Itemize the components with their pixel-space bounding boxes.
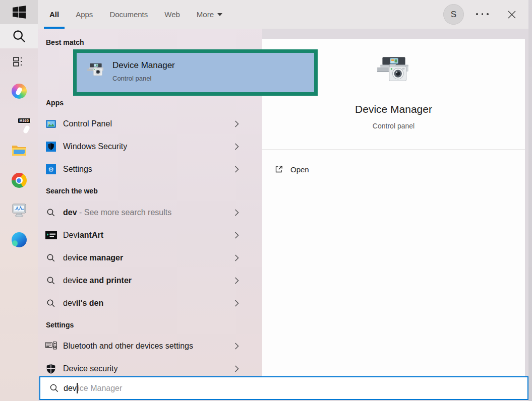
best-match-item[interactable]: Device Manager Control panel xyxy=(77,53,314,92)
tab-all[interactable]: All xyxy=(49,0,59,29)
chevron-right-icon[interactable] xyxy=(234,277,239,285)
search-inline-suggestion: ice Manager xyxy=(78,384,122,393)
chevron-right-icon[interactable] xyxy=(234,343,239,350)
chevron-right-icon[interactable] xyxy=(234,365,239,373)
tab-web[interactable]: Web xyxy=(164,0,180,29)
m365-badge: M365 xyxy=(18,118,31,123)
edge-button[interactable] xyxy=(0,231,38,248)
result-row-control-panel[interactable]: Control Panel xyxy=(38,114,262,134)
device-manager-icon-large xyxy=(375,56,412,87)
result-row-deviantart[interactable]: DeviantArt xyxy=(38,225,262,245)
open-action[interactable]: Open xyxy=(274,160,513,178)
open-external-icon xyxy=(274,165,283,174)
control-panel-icon xyxy=(44,120,57,128)
start-button[interactable] xyxy=(0,0,38,24)
chevron-right-icon[interactable] xyxy=(234,143,239,151)
tab-documents[interactable]: Documents xyxy=(109,0,148,29)
result-row-settings[interactable]: ⚙ Settings xyxy=(38,159,262,179)
section-header-best-match: Best match xyxy=(46,38,84,46)
result-row-bluetooth-settings[interactable]: Bluetooth and other devices settings xyxy=(38,336,262,356)
chevron-right-icon[interactable] xyxy=(234,254,239,262)
task-view-icon xyxy=(12,54,26,69)
result-row-device-security[interactable]: Device security xyxy=(38,359,262,379)
chrome-icon xyxy=(12,173,27,188)
m365-copilot-button[interactable]: M365 xyxy=(0,113,38,130)
chevron-right-icon[interactable] xyxy=(234,209,239,217)
divider xyxy=(262,149,525,150)
taskbar-search-button[interactable] xyxy=(0,24,38,48)
search-icon xyxy=(44,299,57,308)
best-match-title: Device Manager xyxy=(112,60,175,71)
chevron-right-icon[interactable] xyxy=(234,120,239,128)
tab-apps[interactable]: Apps xyxy=(76,0,93,29)
taskbar: M365 xyxy=(0,0,38,401)
search-icon xyxy=(49,383,59,393)
device-manager-icon-small xyxy=(86,62,105,79)
bluetooth-devices-icon xyxy=(44,342,57,351)
performance-monitor-icon xyxy=(12,203,27,217)
best-match-subtitle: Control panel xyxy=(112,75,151,82)
section-header-web: Search the web xyxy=(46,187,98,195)
file-explorer-icon xyxy=(11,143,27,157)
chevron-right-icon[interactable] xyxy=(234,300,239,307)
tab-more[interactable]: More xyxy=(197,0,222,29)
close-icon xyxy=(507,10,517,20)
search-icon xyxy=(44,208,57,217)
search-flyout-window: All Apps Documents Web More S Best match… xyxy=(38,0,528,401)
windows-search-flyout: M365 xyxy=(0,0,532,401)
result-row-see-more[interactable]: dev - See more search results xyxy=(38,203,262,223)
preview-title: Device Manager xyxy=(262,103,525,115)
edge-icon xyxy=(12,232,27,247)
result-row-devils-den-search[interactable]: devil's den xyxy=(38,293,262,313)
search-icon xyxy=(12,29,26,43)
chrome-button[interactable] xyxy=(0,172,38,189)
close-button[interactable] xyxy=(505,8,519,22)
result-row-device-manager-search[interactable]: device manager xyxy=(38,248,262,268)
windows-security-icon xyxy=(44,142,57,152)
copilot-button[interactable] xyxy=(0,83,38,100)
chevron-down-icon xyxy=(217,13,222,16)
preview-subtitle: Control panel xyxy=(262,122,525,130)
search-typed-text: dev xyxy=(64,384,77,393)
task-view-button[interactable] xyxy=(0,53,38,70)
section-header-apps: Apps xyxy=(46,99,64,107)
chevron-right-icon[interactable] xyxy=(234,232,239,239)
search-tab-bar: All Apps Documents Web More S xyxy=(38,0,528,29)
section-header-settings: Settings xyxy=(46,321,74,329)
search-icon xyxy=(44,276,57,285)
device-security-shield-icon xyxy=(44,364,57,374)
annotation-highlight-box: Device Manager Control panel xyxy=(73,49,318,96)
account-avatar[interactable]: S xyxy=(443,4,464,25)
file-explorer-button[interactable] xyxy=(0,142,38,159)
more-options-button[interactable] xyxy=(476,13,492,16)
search-input[interactable]: dev ice Manager xyxy=(39,376,528,400)
open-label: Open xyxy=(290,165,309,174)
performance-monitor-button[interactable] xyxy=(0,202,38,219)
result-row-windows-security[interactable]: Windows Security xyxy=(38,137,262,157)
windows-logo-icon xyxy=(13,6,26,19)
settings-gear-icon: ⚙ xyxy=(44,164,57,174)
deviantart-icon xyxy=(44,231,57,239)
result-row-device-and-printer-search[interactable]: device and printer xyxy=(38,271,262,291)
search-icon xyxy=(44,253,57,262)
chevron-right-icon[interactable] xyxy=(234,166,239,173)
copilot-icon xyxy=(12,84,27,99)
